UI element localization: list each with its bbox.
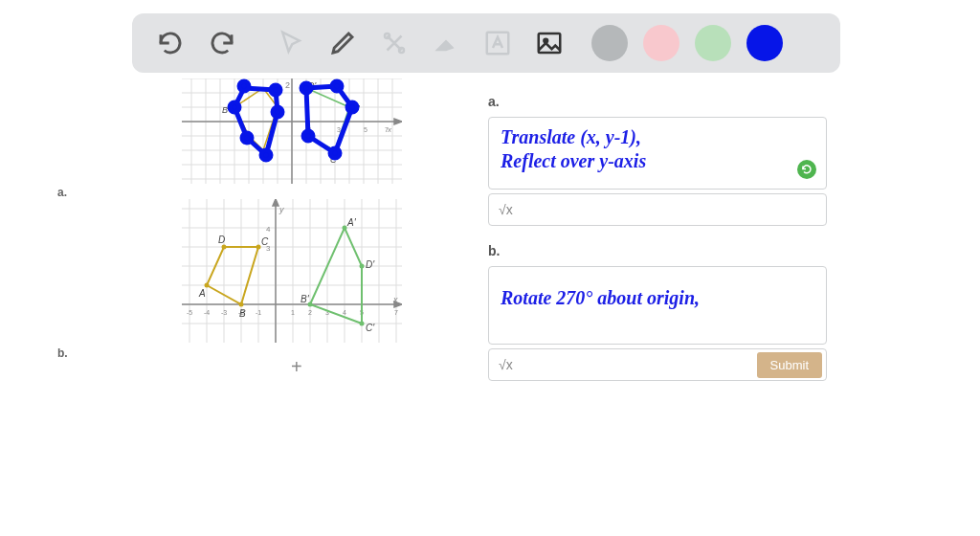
color-pink[interactable]: [643, 25, 679, 61]
svg-text:D: D: [218, 234, 225, 245]
pointer-tool[interactable]: [268, 20, 314, 66]
graph-b-svg: y 43 -5-4-3-2-1 123457 x A B C D A' B' C…: [182, 199, 402, 343]
answer-label-a: a.: [488, 94, 947, 109]
answer-input-b[interactable]: Rotate 270° about origin,: [488, 266, 827, 345]
svg-marker-29: [394, 119, 402, 124]
svg-text:B': B': [301, 294, 310, 304]
svg-point-53: [303, 131, 313, 141]
svg-text:D': D': [366, 259, 375, 270]
graph-a: 2 x 1357 B D' B' C': [182, 78, 402, 184]
add-graph-button[interactable]: +: [291, 356, 302, 378]
svg-point-40: [271, 85, 280, 95]
svg-text:B: B: [222, 105, 228, 115]
undo-button[interactable]: [147, 20, 193, 66]
color-gray[interactable]: [591, 25, 628, 61]
svg-rect-3: [539, 34, 561, 53]
svg-text:C': C': [366, 323, 375, 333]
annotation-toolbar: [132, 13, 840, 73]
math-toggle-b[interactable]: √x: [499, 357, 513, 372]
svg-marker-102: [310, 228, 362, 324]
math-toggle-a[interactable]: √x: [499, 202, 513, 217]
answer-a-line2: Reflect over y-axis: [501, 149, 814, 173]
svg-point-43: [242, 133, 252, 143]
tools-icon: [380, 29, 409, 57]
answer-input-a[interactable]: Translate (x, y-1), Reflect over y-axis: [488, 117, 827, 190]
svg-point-106: [360, 264, 365, 269]
svg-text:7: 7: [385, 126, 389, 133]
svg-text:1: 1: [291, 309, 295, 316]
svg-text:y: y: [278, 205, 284, 214]
svg-point-105: [360, 322, 365, 326]
pen-tool[interactable]: [320, 20, 366, 66]
redo-icon: [208, 29, 236, 57]
svg-text:-3: -3: [221, 309, 227, 316]
svg-text:C: C: [261, 236, 269, 247]
svg-point-39: [239, 81, 249, 91]
color-green[interactable]: [695, 25, 731, 61]
svg-point-96: [256, 245, 261, 250]
eraser-tool[interactable]: [423, 20, 469, 66]
svg-text:2: 2: [308, 309, 312, 316]
svg-text:2: 2: [285, 80, 290, 90]
svg-text:5: 5: [364, 126, 368, 133]
svg-text:A: A: [198, 288, 206, 299]
svg-text:3: 3: [337, 126, 341, 133]
svg-text:-4: -4: [204, 309, 210, 316]
math-row-b: √x Submit: [488, 348, 827, 381]
svg-text:-1: -1: [256, 309, 261, 316]
svg-text:B: B: [239, 308, 246, 319]
problem-label-a: a.: [57, 186, 67, 199]
svg-point-50: [332, 81, 342, 91]
svg-point-49: [301, 83, 311, 93]
svg-point-42: [261, 150, 271, 160]
svg-marker-77: [273, 199, 278, 206]
svg-text:7: 7: [394, 309, 398, 316]
answer-a-line1: Translate (x, y-1),: [501, 125, 814, 149]
svg-point-103: [343, 226, 347, 231]
answer-column: a. Translate (x, y-1), Reflect over y-ax…: [488, 88, 947, 398]
svg-text:4: 4: [343, 309, 346, 316]
math-row-a: √x: [488, 193, 827, 226]
eraser-icon: [432, 29, 460, 57]
answer-label-b: b.: [488, 243, 947, 258]
problem-label-b: b.: [57, 346, 68, 360]
svg-point-94: [205, 283, 210, 288]
text-tool[interactable]: [475, 20, 521, 66]
pen-icon: [328, 29, 357, 57]
answer-b-line1: Rotate 270° about origin,: [501, 286, 814, 310]
redo-button[interactable]: [199, 20, 245, 66]
svg-text:A': A': [346, 217, 357, 228]
graph-a-svg: 2 x 1357 B D' B' C': [182, 78, 402, 184]
tools-tool[interactable]: [371, 20, 417, 66]
refresh-icon: [801, 164, 813, 175]
svg-point-97: [222, 245, 227, 250]
image-icon: [535, 29, 564, 57]
refresh-answer-a[interactable]: [797, 160, 816, 179]
svg-point-51: [347, 102, 357, 112]
svg-point-38: [230, 102, 239, 112]
svg-text:4: 4: [266, 225, 271, 234]
svg-marker-93: [207, 247, 258, 304]
svg-point-52: [330, 148, 340, 158]
svg-text:x: x: [392, 295, 398, 304]
image-tool[interactable]: [526, 20, 572, 66]
svg-point-95: [239, 302, 244, 307]
pointer-icon: [277, 29, 305, 57]
color-blue-active[interactable]: [746, 25, 783, 61]
text-icon: [483, 29, 512, 57]
svg-point-41: [273, 107, 282, 117]
graph-b: y 43 -5-4-3-2-1 123457 x A B C D A' B' C…: [182, 199, 402, 343]
undo-icon: [156, 29, 185, 57]
svg-text:-5: -5: [187, 309, 192, 316]
submit-button[interactable]: Submit: [757, 352, 822, 378]
